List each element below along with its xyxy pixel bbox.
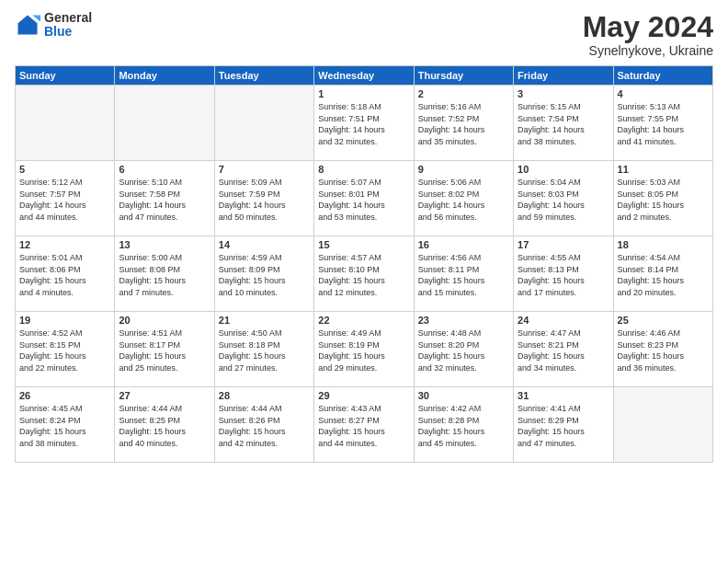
day-info: Sunrise: 5:04 AM Sunset: 8:03 PM Dayligh… [518, 177, 609, 223]
calendar-week-row: 19Sunrise: 4:52 AM Sunset: 8:15 PM Dayli… [16, 312, 713, 387]
day-number: 8 [318, 164, 409, 175]
table-row: 16Sunrise: 4:56 AM Sunset: 8:11 PM Dayli… [414, 236, 513, 312]
calendar-table: Sunday Monday Tuesday Wednesday Thursday… [15, 65, 713, 463]
header-wednesday: Wednesday [314, 66, 414, 86]
table-row: 23Sunrise: 4:48 AM Sunset: 8:20 PM Dayli… [414, 312, 513, 387]
calendar-header-row: Sunday Monday Tuesday Wednesday Thursday… [16, 66, 713, 86]
calendar-week-row: 26Sunrise: 4:45 AM Sunset: 8:24 PM Dayli… [16, 387, 713, 463]
day-number: 14 [219, 239, 310, 250]
day-number: 29 [318, 390, 409, 401]
day-info: Sunrise: 4:56 AM Sunset: 8:11 PM Dayligh… [418, 252, 509, 298]
day-number: 2 [418, 88, 509, 99]
day-number: 9 [418, 164, 509, 175]
table-row: 27Sunrise: 4:44 AM Sunset: 8:25 PM Dayli… [115, 387, 214, 463]
day-info: Sunrise: 4:47 AM Sunset: 8:21 PM Dayligh… [518, 327, 609, 373]
table-row: 15Sunrise: 4:57 AM Sunset: 8:10 PM Dayli… [314, 236, 414, 312]
day-info: Sunrise: 4:59 AM Sunset: 8:09 PM Dayligh… [219, 252, 310, 298]
day-number: 30 [418, 390, 509, 401]
logo-general-text: General [44, 11, 92, 25]
table-row: 3Sunrise: 5:15 AM Sunset: 7:54 PM Daylig… [514, 86, 613, 161]
day-number: 20 [119, 315, 210, 326]
table-row: 29Sunrise: 4:43 AM Sunset: 8:27 PM Dayli… [314, 387, 414, 463]
page: General Blue May 2024 Synelnykove, Ukrai… [0, 0, 728, 563]
day-info: Sunrise: 5:06 AM Sunset: 8:02 PM Dayligh… [418, 177, 509, 223]
day-info: Sunrise: 5:18 AM Sunset: 7:51 PM Dayligh… [318, 101, 409, 147]
day-info: Sunrise: 4:44 AM Sunset: 8:26 PM Dayligh… [219, 403, 310, 449]
day-info: Sunrise: 4:50 AM Sunset: 8:18 PM Dayligh… [219, 327, 310, 373]
day-info: Sunrise: 5:13 AM Sunset: 7:55 PM Dayligh… [618, 101, 709, 147]
header-monday: Monday [115, 66, 214, 86]
day-number: 31 [518, 390, 609, 401]
day-info: Sunrise: 5:09 AM Sunset: 7:59 PM Dayligh… [219, 177, 310, 223]
day-info: Sunrise: 4:44 AM Sunset: 8:25 PM Dayligh… [119, 403, 210, 449]
table-row: 25Sunrise: 4:46 AM Sunset: 8:23 PM Dayli… [613, 312, 712, 387]
day-number: 11 [618, 164, 709, 175]
day-info: Sunrise: 4:54 AM Sunset: 8:14 PM Dayligh… [618, 252, 709, 298]
table-row [214, 86, 313, 161]
table-row: 30Sunrise: 4:42 AM Sunset: 8:28 PM Dayli… [414, 387, 513, 463]
table-row: 4Sunrise: 5:13 AM Sunset: 7:55 PM Daylig… [613, 86, 712, 161]
day-number: 17 [518, 239, 609, 250]
day-number: 16 [418, 239, 509, 250]
day-info: Sunrise: 5:15 AM Sunset: 7:54 PM Dayligh… [518, 101, 609, 147]
calendar-week-row: 1Sunrise: 5:18 AM Sunset: 7:51 PM Daylig… [16, 86, 713, 161]
header-friday: Friday [514, 66, 613, 86]
table-row: 12Sunrise: 5:01 AM Sunset: 8:06 PM Dayli… [16, 236, 115, 312]
table-row: 13Sunrise: 5:00 AM Sunset: 8:08 PM Dayli… [115, 236, 214, 312]
day-info: Sunrise: 5:00 AM Sunset: 8:08 PM Dayligh… [119, 252, 210, 298]
day-info: Sunrise: 4:46 AM Sunset: 8:23 PM Dayligh… [618, 327, 709, 373]
day-number: 12 [19, 239, 110, 250]
day-number: 5 [19, 164, 110, 175]
day-info: Sunrise: 5:01 AM Sunset: 8:06 PM Dayligh… [19, 252, 110, 298]
day-info: Sunrise: 4:55 AM Sunset: 8:13 PM Dayligh… [518, 252, 609, 298]
day-info: Sunrise: 4:42 AM Sunset: 8:28 PM Dayligh… [418, 403, 509, 449]
day-number: 7 [219, 164, 310, 175]
day-info: Sunrise: 4:43 AM Sunset: 8:27 PM Dayligh… [318, 403, 409, 449]
table-row: 6Sunrise: 5:10 AM Sunset: 7:58 PM Daylig… [115, 161, 214, 236]
day-info: Sunrise: 4:51 AM Sunset: 8:17 PM Dayligh… [119, 327, 210, 373]
table-row [16, 86, 115, 161]
day-number: 15 [318, 239, 409, 250]
location: Synelnykove, Ukraine [583, 43, 713, 58]
day-number: 21 [219, 315, 310, 326]
day-info: Sunrise: 5:16 AM Sunset: 7:52 PM Dayligh… [418, 101, 509, 147]
day-number: 24 [518, 315, 609, 326]
day-number: 27 [119, 390, 210, 401]
day-number: 23 [418, 315, 509, 326]
header-tuesday: Tuesday [214, 66, 313, 86]
day-info: Sunrise: 5:03 AM Sunset: 8:05 PM Dayligh… [618, 177, 709, 223]
day-number: 19 [19, 315, 110, 326]
table-row: 8Sunrise: 5:07 AM Sunset: 8:01 PM Daylig… [314, 161, 414, 236]
table-row: 11Sunrise: 5:03 AM Sunset: 8:05 PM Dayli… [613, 161, 712, 236]
day-info: Sunrise: 4:52 AM Sunset: 8:15 PM Dayligh… [19, 327, 110, 373]
logo-text: General Blue [44, 11, 92, 40]
table-row [613, 387, 712, 463]
table-row: 17Sunrise: 4:55 AM Sunset: 8:13 PM Dayli… [514, 236, 613, 312]
table-row: 21Sunrise: 4:50 AM Sunset: 8:18 PM Dayli… [214, 312, 313, 387]
title-block: May 2024 Synelnykove, Ukraine [583, 11, 713, 58]
table-row: 14Sunrise: 4:59 AM Sunset: 8:09 PM Dayli… [214, 236, 313, 312]
table-row: 20Sunrise: 4:51 AM Sunset: 8:17 PM Dayli… [115, 312, 214, 387]
header-thursday: Thursday [414, 66, 513, 86]
table-row: 19Sunrise: 4:52 AM Sunset: 8:15 PM Dayli… [16, 312, 115, 387]
day-number: 1 [318, 88, 409, 99]
day-info: Sunrise: 4:49 AM Sunset: 8:19 PM Dayligh… [318, 327, 409, 373]
day-number: 28 [219, 390, 310, 401]
table-row: 22Sunrise: 4:49 AM Sunset: 8:19 PM Dayli… [314, 312, 414, 387]
header: General Blue May 2024 Synelnykove, Ukrai… [15, 11, 713, 58]
table-row: 28Sunrise: 4:44 AM Sunset: 8:26 PM Dayli… [214, 387, 313, 463]
day-number: 3 [518, 88, 609, 99]
logo-blue-text: Blue [44, 25, 92, 39]
calendar-week-row: 5Sunrise: 5:12 AM Sunset: 7:57 PM Daylig… [16, 161, 713, 236]
day-info: Sunrise: 5:07 AM Sunset: 8:01 PM Dayligh… [318, 177, 409, 223]
day-number: 13 [119, 239, 210, 250]
logo: General Blue [15, 11, 92, 40]
day-number: 18 [618, 239, 709, 250]
day-info: Sunrise: 4:45 AM Sunset: 8:24 PM Dayligh… [19, 403, 110, 449]
day-number: 6 [119, 164, 210, 175]
table-row: 2Sunrise: 5:16 AM Sunset: 7:52 PM Daylig… [414, 86, 513, 161]
day-number: 22 [318, 315, 409, 326]
day-info: Sunrise: 5:12 AM Sunset: 7:57 PM Dayligh… [19, 177, 110, 223]
logo-icon [15, 12, 40, 38]
day-info: Sunrise: 5:10 AM Sunset: 7:58 PM Dayligh… [119, 177, 210, 223]
